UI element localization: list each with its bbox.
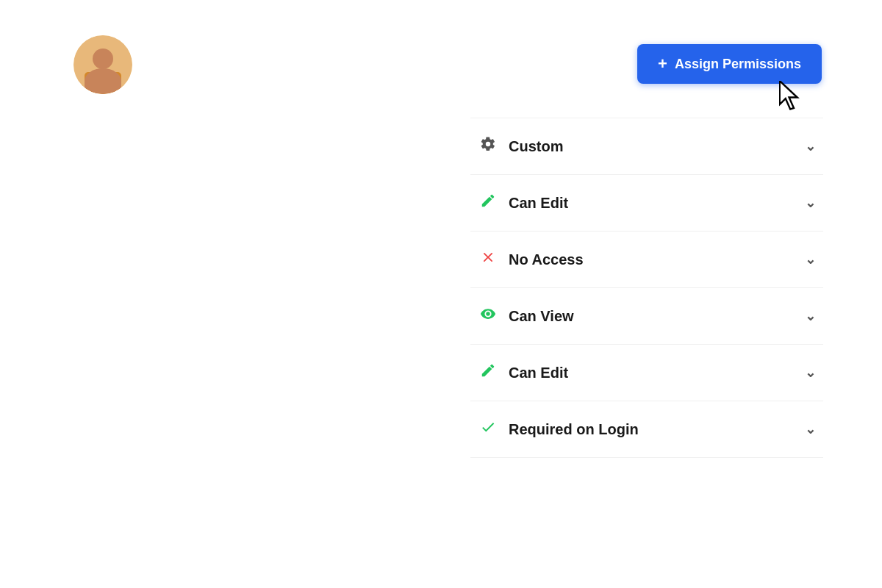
chevron-down-icon: ⌄ [805,195,816,211]
permission-label-can-edit-2: Can Edit [509,365,568,381]
permission-item-can-edit-2[interactable]: Can Edit ⌄ [470,345,823,401]
assign-permissions-label: Assign Permissions [675,57,801,72]
chevron-down-icon: ⌄ [805,138,816,154]
permission-left: Can View [478,306,574,326]
permission-left: Can Edit [478,193,568,213]
permission-item-required-on-login[interactable]: Required on Login ⌄ [470,401,823,458]
permission-left: Can Edit [478,362,568,383]
assign-permissions-button[interactable]: + Assign Permissions [637,44,822,84]
permission-left: Custom [478,136,563,157]
permission-label-no-access: No Access [509,251,584,268]
plus-icon: + [658,54,667,74]
eye-icon [478,306,498,326]
permission-item-no-access[interactable]: No Access ⌄ [470,232,823,288]
chevron-down-icon: ⌄ [805,251,816,268]
permission-item-can-view[interactable]: Can View ⌄ [470,288,823,345]
permission-item-can-edit-1[interactable]: Can Edit ⌄ [470,175,823,232]
permission-label-custom: Custom [509,138,563,155]
chevron-down-icon: ⌄ [805,421,816,437]
permission-label-required-on-login: Required on Login [509,421,639,438]
permission-left: No Access [478,249,584,270]
permission-label-can-edit-1: Can Edit [509,195,568,212]
permissions-list: Custom ⌄ Can Edit ⌄ No Access ⌄ [470,118,823,458]
permission-left: Required on Login [478,419,639,440]
check-icon [478,419,498,440]
svg-marker-0 [780,81,797,110]
chevron-down-icon: ⌄ [805,365,816,381]
chevron-down-icon: ⌄ [805,308,816,324]
pencil-icon [478,193,498,213]
avatar [74,35,132,94]
x-icon [478,249,498,270]
pencil-icon-2 [478,362,498,383]
permission-item-custom[interactable]: Custom ⌄ [470,118,823,175]
gear-icon [478,136,498,157]
permission-label-can-view: Can View [509,308,574,325]
